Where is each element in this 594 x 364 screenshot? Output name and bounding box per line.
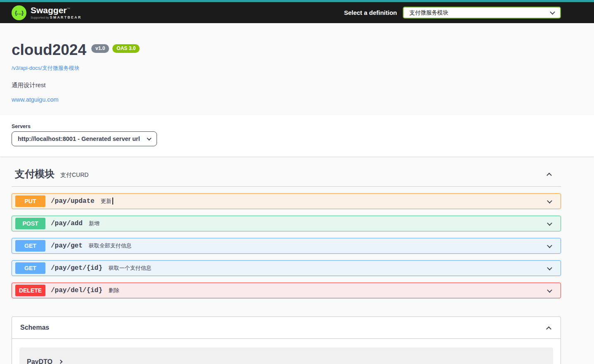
expand-operation-button[interactable] bbox=[546, 240, 553, 251]
swagger-braces-icon: {…} bbox=[12, 5, 26, 20]
chevron-down-icon bbox=[547, 221, 552, 226]
chevron-up-icon bbox=[546, 326, 551, 332]
expand-operation-button[interactable] bbox=[546, 196, 553, 207]
method-badge-post: POST bbox=[15, 218, 45, 229]
expand-operation-button[interactable] bbox=[546, 218, 553, 229]
tag-section-pay: 支付模块 支付CURD PUT /pay/update 更新 POST /pay… bbox=[12, 167, 561, 298]
topbar: {…} Swagger™ Supported by SMARTBEAR Sele… bbox=[0, 2, 594, 23]
method-badge-get: GET bbox=[15, 240, 45, 252]
chevron-down-icon bbox=[547, 243, 552, 248]
external-docs-link[interactable]: www.atguigu.com bbox=[12, 96, 59, 103]
main-content: 支付模块 支付CURD PUT /pay/update 更新 POST /pay… bbox=[12, 167, 561, 364]
model-paydto[interactable]: PayDTO bbox=[19, 347, 553, 364]
swagger-logo[interactable]: {…} Swagger™ Supported by SMARTBEAR bbox=[12, 5, 82, 20]
op-summary: 删除 bbox=[109, 287, 119, 294]
op-summary: 新增 bbox=[89, 220, 100, 227]
select-definition-label: Select a definition bbox=[344, 9, 397, 16]
api-title: cloud2024 bbox=[12, 42, 86, 58]
version-badge: v1.0 bbox=[91, 44, 109, 53]
expand-operation-button[interactable] bbox=[546, 263, 553, 274]
scheme-container: Servers http://localhost:8001 - Generate… bbox=[0, 115, 594, 157]
op-path: /pay/get bbox=[51, 242, 83, 250]
server-selected-value: http://localhost:8001 - Generated server… bbox=[18, 136, 140, 142]
servers-select[interactable]: http://localhost:8001 - Generated server… bbox=[12, 131, 157, 146]
op-summary: 更新 bbox=[101, 197, 112, 205]
spec-json-link[interactable]: /v3/api-docs/支付微服务模块 bbox=[12, 64, 80, 72]
opblock-get-pay-get-id[interactable]: GET /pay/get/{id} 获取一个支付信息 bbox=[12, 260, 561, 276]
op-path: /pay/del/{id} bbox=[51, 287, 102, 294]
text-caret bbox=[112, 197, 113, 205]
schemas-title: Schemas bbox=[20, 324, 49, 331]
chevron-right-icon bbox=[59, 360, 63, 364]
definition-selected-value: 支付微服务模块 bbox=[409, 9, 449, 17]
chevron-down-icon bbox=[550, 10, 555, 15]
schemas-header[interactable]: Schemas bbox=[12, 317, 561, 339]
chevron-down-icon bbox=[547, 288, 552, 293]
model-name: PayDTO bbox=[27, 358, 52, 364]
opblock-delete-pay-del-id[interactable]: DELETE /pay/del/{id} 删除 bbox=[12, 283, 561, 298]
op-path: /pay/add bbox=[51, 220, 83, 227]
chevron-down-icon bbox=[547, 265, 552, 271]
tag-header[interactable]: 支付模块 支付CURD bbox=[12, 167, 561, 187]
method-badge-put: PUT bbox=[15, 195, 45, 207]
definition-select[interactable]: 支付微服务模块 bbox=[403, 7, 561, 19]
chevron-down-icon bbox=[547, 198, 552, 204]
collapse-section-button[interactable] bbox=[546, 169, 553, 179]
trademark-symbol: ™ bbox=[67, 7, 70, 11]
op-path: /pay/get/{id} bbox=[51, 264, 102, 272]
op-path: /pay/update bbox=[51, 197, 95, 205]
tag-title: 支付模块 bbox=[15, 167, 55, 181]
expand-operation-button[interactable] bbox=[546, 285, 553, 296]
op-summary: 获取全部支付信息 bbox=[89, 242, 132, 250]
supported-by-smartbear: Supported by SMARTBEAR bbox=[31, 15, 82, 19]
method-badge-get: GET bbox=[15, 262, 45, 274]
opblock-post-pay-add[interactable]: POST /pay/add 新增 bbox=[12, 216, 561, 231]
opblock-get-pay-get[interactable]: GET /pay/get 获取全部支付信息 bbox=[12, 238, 561, 254]
oas-badge: OAS 3.0 bbox=[112, 44, 140, 53]
api-description: 通用设计rest bbox=[12, 81, 582, 89]
opblock-put-pay-update[interactable]: PUT /pay/update 更新 bbox=[12, 193, 561, 209]
op-summary: 获取一个支付信息 bbox=[109, 264, 152, 272]
tag-description: 支付CURD bbox=[60, 171, 88, 179]
api-info-section: cloud2024 v1.0 OAS 3.0 /v3/api-docs/支付微服… bbox=[0, 42, 594, 103]
schemas-section: Schemas PayDTO bbox=[12, 316, 561, 364]
chevron-up-icon bbox=[546, 173, 552, 178]
brand-name: Swagger™ bbox=[31, 6, 82, 15]
chevron-down-icon bbox=[147, 136, 151, 140]
servers-label: Servers bbox=[12, 124, 582, 129]
method-badge-delete: DELETE bbox=[15, 285, 45, 296]
collapse-schemas-button[interactable] bbox=[545, 322, 552, 333]
